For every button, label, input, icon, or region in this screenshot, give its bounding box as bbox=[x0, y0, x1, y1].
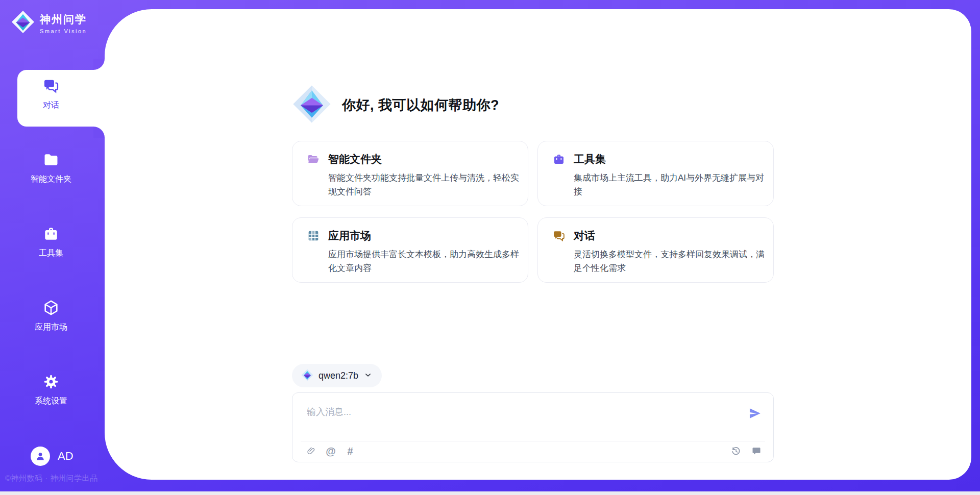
card-toolset[interactable]: 工具集 集成市场上主流工具，助力AI与外界无缝扩展与对接 bbox=[537, 141, 774, 206]
person-icon bbox=[34, 450, 46, 462]
card-title: 对话 bbox=[574, 229, 595, 243]
model-diamond-logo-icon bbox=[301, 369, 313, 383]
card-description: 灵活切换多模型文件，支持多样回复效果调试，满足个性化需求 bbox=[574, 247, 767, 275]
card-title: 工具集 bbox=[574, 152, 606, 166]
card-title: 智能文件夹 bbox=[328, 152, 382, 166]
feature-cards: 智能文件夹 智能文件夹功能支持批量文件上传与清洗，轻松实现文件问答 工具集 集成… bbox=[292, 141, 774, 283]
sidebar-item-label: 应用市场 bbox=[15, 322, 87, 333]
horizontal-scrollbar[interactable] bbox=[0, 491, 980, 495]
chat-icon bbox=[42, 77, 60, 94]
card-title: 应用市场 bbox=[328, 229, 371, 243]
card-smart-folder[interactable]: 智能文件夹 智能文件夹功能支持批量文件上传与清洗，轻松实现文件问答 bbox=[292, 141, 528, 206]
card-description: 应用市场提供丰富长文本模板，助力高效生成多样化文章内容 bbox=[328, 247, 521, 275]
brand-diamond-logo-icon bbox=[11, 10, 35, 36]
copyright-text: ©神州数码 · 神州问学出品 bbox=[5, 474, 97, 483]
tab-bottom-concave-corner bbox=[93, 127, 105, 138]
sidebar-item-label: 系统设置 bbox=[15, 396, 87, 407]
briefcase-icon bbox=[552, 153, 566, 166]
cube-icon bbox=[42, 299, 60, 316]
hash-icon[interactable]: # bbox=[345, 445, 356, 457]
sidebar-item-settings[interactable]: 系统设置 bbox=[15, 373, 87, 407]
folder-icon bbox=[42, 151, 60, 168]
sidebar-item-label: 智能文件夹 bbox=[15, 174, 87, 185]
greeting: 你好, 我可以如何帮助你? bbox=[292, 84, 499, 126]
card-app-market[interactable]: 应用市场 应用市场提供丰富长文本模板，助力高效生成多样化文章内容 bbox=[292, 217, 528, 283]
grid-icon bbox=[307, 229, 320, 242]
message-composer: @ # bbox=[292, 392, 774, 462]
sidebar-item-label: 对话 bbox=[15, 100, 87, 111]
sidebar-item-chat[interactable]: 对话 bbox=[15, 77, 87, 111]
sidebar-item-app-market[interactable]: 应用市场 bbox=[15, 299, 87, 333]
card-description: 智能文件夹功能支持批量文件上传与清洗，轻松实现文件问答 bbox=[328, 171, 521, 199]
tab-top-concave-corner bbox=[93, 59, 105, 70]
avatar bbox=[31, 447, 50, 466]
sidebar: 神州问学 Smart Vision 对话 智能文件夹 工 bbox=[0, 0, 105, 491]
user-initials: AD bbox=[58, 450, 74, 463]
card-description: 集成市场上主流工具，助力AI与外界无缝扩展与对接 bbox=[574, 171, 767, 199]
sidebar-item-toolset[interactable]: 工具集 bbox=[15, 225, 87, 259]
brand: 神州问学 Smart Vision bbox=[11, 10, 87, 36]
user-profile[interactable]: AD bbox=[31, 447, 74, 466]
model-name: qwen2:7b bbox=[318, 370, 358, 381]
history-icon[interactable] bbox=[730, 445, 742, 457]
comment-icon[interactable] bbox=[751, 445, 762, 457]
card-chat[interactable]: 对话 灵活切换多模型文件，支持多样回复效果调试，满足个性化需求 bbox=[537, 217, 774, 283]
message-input[interactable] bbox=[307, 403, 736, 420]
brand-subtitle: Smart Vision bbox=[40, 28, 87, 34]
send-icon bbox=[748, 406, 762, 420]
model-selector[interactable]: qwen2:7b bbox=[292, 364, 382, 387]
main-content: 你好, 我可以如何帮助你? 智能文件夹 智能文件夹功能支持批量文件上传与清洗，轻… bbox=[292, 9, 774, 480]
greeting-diamond-logo-icon bbox=[292, 84, 332, 126]
greeting-title: 你好, 我可以如何帮助你? bbox=[342, 96, 499, 114]
brand-name: 神州问学 bbox=[40, 12, 87, 27]
chat-icon bbox=[552, 229, 566, 242]
composer-divider bbox=[301, 441, 765, 441]
folder-open-icon bbox=[307, 153, 320, 166]
gear-icon bbox=[42, 373, 60, 390]
chevron-down-icon bbox=[363, 370, 373, 381]
at-sign-icon[interactable]: @ bbox=[325, 445, 336, 457]
send-button[interactable] bbox=[748, 406, 762, 420]
sidebar-item-smart-folder[interactable]: 智能文件夹 bbox=[15, 151, 87, 185]
paperclip-icon[interactable] bbox=[306, 445, 317, 457]
sidebar-item-label: 工具集 bbox=[15, 248, 87, 259]
briefcase-icon bbox=[42, 225, 60, 242]
main-panel: 你好, 我可以如何帮助你? 智能文件夹 智能文件夹功能支持批量文件上传与清洗，轻… bbox=[105, 9, 971, 480]
